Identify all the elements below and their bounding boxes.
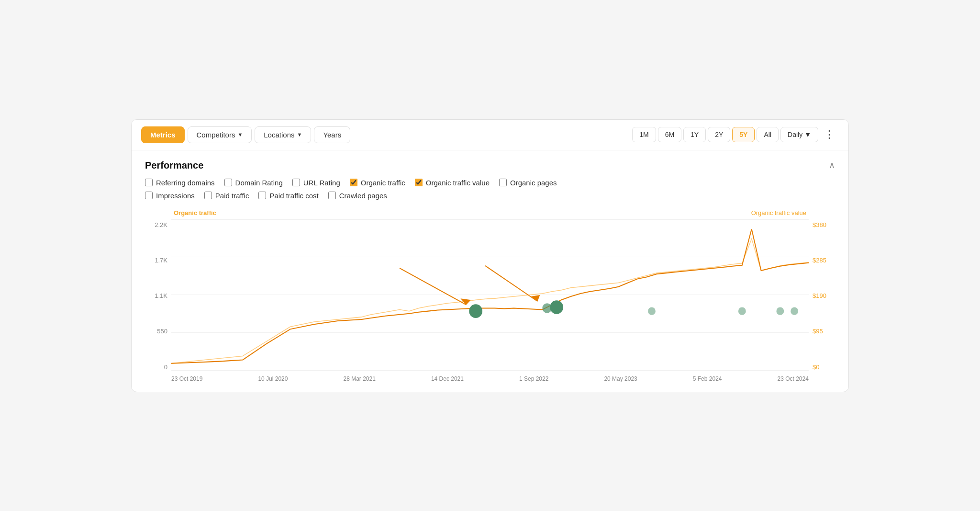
x-label-5: 20 May 2023	[604, 375, 637, 382]
arrow-1-line	[400, 268, 466, 304]
time-1m[interactable]: 1M	[632, 127, 656, 142]
competitors-caret: ▼	[237, 132, 243, 137]
chart-svg	[171, 219, 809, 371]
time-5y[interactable]: 5Y	[732, 127, 755, 142]
main-container: Metrics Competitors ▼ Locations ▼ Years …	[131, 119, 849, 392]
checkbox-impressions-input[interactable]	[145, 192, 153, 199]
y-left-2: 1.1K	[155, 292, 167, 299]
checkbox-paid-traffic-input[interactable]	[204, 192, 212, 199]
checkbox-url-rating[interactable]: URL Rating	[292, 179, 340, 187]
section-title: Performance	[145, 160, 203, 171]
y-left-3: 550	[157, 328, 167, 335]
checkbox-paid-traffic-cost[interactable]: Paid traffic cost	[258, 192, 318, 200]
checkbox-organic-pages[interactable]: Organic pages	[499, 179, 557, 187]
green-dot-3	[648, 307, 656, 315]
y-left-top: 2.2K	[155, 221, 167, 228]
checkbox-impressions[interactable]: Impressions	[145, 192, 195, 200]
checkbox-organic-pages-input[interactable]	[499, 179, 507, 186]
time-6m[interactable]: 6M	[658, 127, 681, 142]
green-dot-6	[791, 307, 798, 315]
x-label-0: 23 Oct 2019	[171, 375, 202, 382]
x-label-4: 1 Sep 2022	[519, 375, 548, 382]
tab-competitors[interactable]: Competitors ▼	[188, 126, 252, 143]
chart-labels-top: Organic traffic Organic traffic value	[145, 206, 835, 219]
checkbox-organic-traffic-value[interactable]: Organic traffic value	[415, 179, 490, 187]
toolbar-right: 1M 6M 1Y 2Y 5Y All Daily ▼ ⋮	[632, 126, 839, 143]
time-1y[interactable]: 1Y	[683, 127, 706, 142]
checkboxes-row-2: Impressions Paid traffic Paid traffic co…	[145, 192, 835, 200]
checkbox-domain-rating[interactable]: Domain Rating	[224, 179, 283, 187]
chart-left-label: Organic traffic	[174, 209, 216, 216]
checkbox-domain-rating-input[interactable]	[224, 179, 232, 186]
checkbox-referring-domains-input[interactable]	[145, 179, 153, 186]
green-dot-2b	[550, 300, 563, 314]
green-dot-5	[776, 307, 784, 315]
tab-metrics[interactable]: Metrics	[141, 126, 185, 143]
x-label-2: 28 Mar 2021	[343, 375, 375, 382]
y-right-3: $95	[813, 328, 823, 335]
y-right-2: $190	[813, 292, 826, 299]
time-2y[interactable]: 2Y	[708, 127, 730, 142]
performance-section: Performance ∧ Referring domains Domain R…	[132, 150, 848, 392]
tab-locations[interactable]: Locations ▼	[255, 126, 311, 143]
more-button[interactable]: ⋮	[820, 126, 839, 143]
section-header: Performance ∧	[145, 160, 835, 171]
green-dot-1	[469, 304, 482, 318]
checkbox-crawled-pages-input[interactable]	[328, 192, 336, 199]
collapse-button[interactable]: ∧	[829, 160, 835, 170]
checkbox-url-rating-input[interactable]	[292, 179, 300, 186]
x-label-7: 23 Oct 2024	[778, 375, 809, 382]
time-all[interactable]: All	[757, 127, 779, 142]
x-label-1: 10 Jul 2020	[258, 375, 288, 382]
y-right-1: $285	[813, 257, 826, 264]
checkboxes-row-1: Referring domains Domain Rating URL Rati…	[145, 179, 835, 187]
checkbox-referring-domains[interactable]: Referring domains	[145, 179, 215, 187]
y-left-bottom: 0	[164, 363, 167, 371]
x-axis: 23 Oct 2019 10 Jul 2020 28 Mar 2021 14 D…	[171, 372, 809, 382]
checkbox-organic-traffic-input[interactable]	[350, 179, 357, 186]
organic-traffic-value-line	[171, 238, 809, 363]
x-label-3: 14 Dec 2021	[431, 375, 464, 382]
y-right-bottom: $0	[813, 363, 819, 371]
y-axis-left: 2.2K 1.7K 1.1K 550 0	[145, 219, 171, 382]
x-label-6: 5 Feb 2024	[693, 375, 722, 382]
chart-wrapper: 2.2K 1.7K 1.1K 550 0 $380 $285 $190 $95 …	[145, 219, 835, 382]
tab-years[interactable]: Years	[314, 126, 350, 143]
chart-right-label: Organic traffic value	[751, 209, 806, 216]
y-axis-right: $380 $285 $190 $95 $0	[809, 219, 835, 382]
chart-svg-element	[171, 219, 809, 371]
y-left-1: 1.7K	[155, 257, 167, 264]
interval-caret: ▼	[804, 131, 811, 138]
chart-area: Organic traffic Organic traffic value 2.…	[145, 206, 835, 392]
checkbox-organic-traffic[interactable]: Organic traffic	[350, 179, 405, 187]
locations-caret: ▼	[297, 132, 302, 137]
interval-dropdown[interactable]: Daily ▼	[780, 127, 818, 142]
arrow-2-line	[485, 265, 537, 301]
y-right-top: $380	[813, 221, 826, 228]
checkbox-paid-traffic[interactable]: Paid traffic	[204, 192, 249, 200]
toolbar-left: Metrics Competitors ▼ Locations ▼ Years	[141, 126, 350, 143]
green-dot-4	[738, 307, 746, 315]
checkbox-paid-traffic-cost-input[interactable]	[258, 192, 266, 199]
organic-traffic-line	[171, 229, 809, 363]
checkbox-crawled-pages[interactable]: Crawled pages	[328, 192, 387, 200]
toolbar: Metrics Competitors ▼ Locations ▼ Years …	[132, 120, 848, 150]
checkbox-organic-traffic-value-input[interactable]	[415, 179, 423, 186]
